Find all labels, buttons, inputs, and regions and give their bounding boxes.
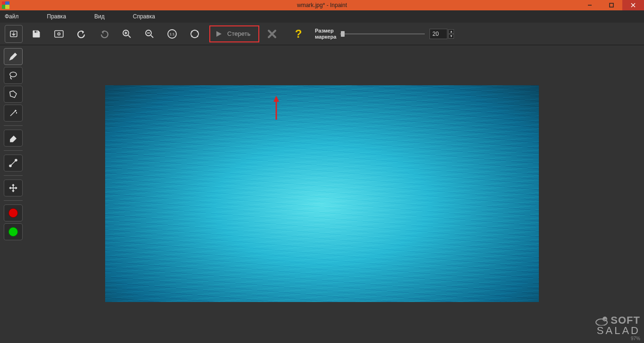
repeat-button[interactable]	[50, 25, 68, 43]
app-icon	[2, 1, 9, 9]
marker-size-stepper[interactable]: ▲ ▼	[429, 29, 454, 39]
menubar: Файл Правка Вид Справка	[0, 10, 644, 23]
minimize-button[interactable]	[579, 0, 601, 10]
zoom-1to1-icon: 1:1	[166, 29, 178, 39]
line-tool-icon	[8, 158, 18, 168]
help-icon: ?	[295, 27, 302, 41]
stepper-down[interactable]: ▼	[448, 34, 454, 39]
help-button[interactable]: ?	[289, 25, 307, 43]
sidebar-divider	[4, 150, 23, 151]
svg-point-7	[58, 33, 60, 35]
sidebar-divider	[4, 200, 23, 201]
close-button[interactable]	[622, 0, 644, 10]
zoom-1to1-button[interactable]: 1:1	[163, 25, 181, 43]
magic-wand-tool-icon	[8, 108, 18, 118]
zoom-out-button[interactable]	[140, 25, 158, 43]
move-tool-icon	[8, 183, 18, 193]
line-tool[interactable]	[4, 155, 23, 172]
green-mask-tool[interactable]	[4, 223, 23, 240]
erase-button[interactable]: Стереть	[209, 25, 259, 42]
watermark: SOFT SALAD 97%	[594, 315, 640, 341]
svg-rect-6	[55, 31, 63, 37]
zoom-fit-icon	[190, 29, 200, 39]
save-icon	[32, 29, 41, 39]
play-icon	[215, 30, 223, 38]
canvas-area[interactable]	[26, 45, 644, 343]
menu-file[interactable]: Файл	[5, 13, 19, 20]
undo-button[interactable]	[73, 25, 91, 43]
sidebar-divider	[4, 175, 23, 176]
window-title: wmark.jpg* - Inpaint	[0, 2, 644, 8]
svg-rect-1	[610, 3, 613, 7]
svg-rect-5	[36, 31, 37, 33]
eraser-tool[interactable]	[4, 130, 23, 147]
watermark-line2: SALAD	[594, 326, 640, 336]
zoom-fit-button[interactable]	[186, 25, 204, 43]
polygon-tool-icon	[8, 89, 18, 99]
magic-wand-tool[interactable]	[4, 105, 23, 122]
sidebar-divider	[4, 125, 23, 126]
polygon-tool[interactable]	[4, 86, 23, 103]
svg-point-18	[10, 72, 17, 77]
zoom-out-icon	[144, 29, 155, 39]
svg-line-9	[128, 35, 131, 38]
green-mask-icon	[8, 227, 18, 237]
menu-help[interactable]: Справка	[133, 13, 155, 20]
open-icon	[9, 29, 18, 39]
menu-view[interactable]: Вид	[94, 13, 105, 20]
marker-size-label: Размер маркера	[315, 28, 336, 40]
svg-line-13	[151, 35, 153, 38]
open-button[interactable]	[5, 25, 23, 43]
marker-size-input[interactable]	[429, 29, 447, 39]
redo-icon	[99, 29, 109, 39]
red-mask-tool[interactable]	[4, 204, 23, 221]
maximize-button[interactable]	[601, 0, 622, 10]
save-button[interactable]	[27, 25, 45, 43]
svg-line-21	[11, 161, 16, 165]
marker-tool-icon	[8, 51, 18, 62]
move-tool[interactable]	[4, 180, 23, 196]
lasso-tool[interactable]	[4, 67, 23, 84]
cancel-button[interactable]	[263, 25, 281, 43]
eraser-tool-icon	[8, 133, 18, 143]
repeat-icon	[54, 29, 64, 39]
marker-size-slider[interactable]	[340, 30, 425, 38]
redo-button[interactable]	[95, 25, 113, 43]
watermark-percent: 97%	[594, 336, 640, 341]
zoom-in-icon	[122, 29, 132, 39]
image-canvas[interactable]	[105, 85, 539, 302]
erase-button-label: Стереть	[227, 30, 250, 37]
stepper-up[interactable]: ▲	[448, 29, 454, 34]
undo-icon	[76, 29, 87, 39]
red-mask-icon	[8, 208, 18, 218]
tool-sidebar	[0, 45, 26, 343]
toolbar: 1:1 Стереть ? Размер маркера ▲ ▼	[0, 23, 644, 45]
zoom-in-button[interactable]	[118, 25, 136, 43]
marker-tool[interactable]	[4, 48, 23, 65]
watermark-icon	[594, 315, 609, 326]
main-area	[0, 45, 644, 343]
svg-text:1:1: 1:1	[169, 32, 175, 36]
lasso-tool-icon	[8, 70, 18, 81]
menu-edit[interactable]: Правка	[47, 13, 66, 20]
titlebar: wmark.jpg* - Inpaint	[0, 0, 644, 10]
cancel-icon	[267, 29, 277, 39]
